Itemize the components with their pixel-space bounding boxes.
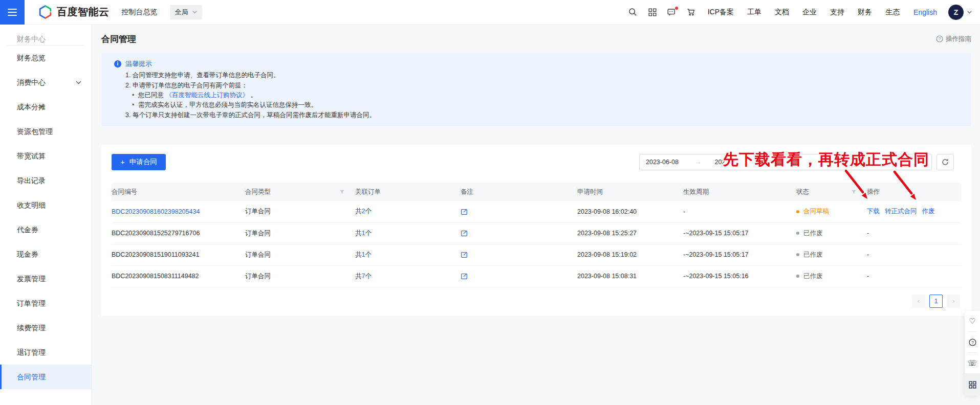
contract-id[interactable]: BDC202309081602398205434 [112, 208, 200, 215]
contract-id: BDC202309081519011093241 [112, 251, 199, 258]
effective-period: -~2023-09-15 15:05:17 [683, 244, 796, 265]
date-from-value[interactable]: 2023-06-08 [646, 159, 679, 166]
help-button[interactable]: ? [965, 332, 980, 352]
cart-icon[interactable] [682, 0, 701, 25]
top-nav-link-5[interactable]: 财务 [858, 8, 872, 17]
status-badge: 已作废 [803, 230, 823, 237]
refresh-button[interactable] [937, 154, 954, 170]
sidebar-item-12[interactable]: 退订管理 [0, 340, 92, 365]
sidebar-item-label: 导出记录 [17, 176, 46, 185]
top-nav-link-3[interactable]: 企业 [802, 8, 817, 17]
contract-id: BDC202309081508311149482 [112, 273, 199, 280]
top-nav-link-1[interactable]: 工单 [747, 8, 761, 17]
note-edit-icon[interactable] [461, 208, 468, 215]
related-orders: 共7个 [355, 265, 461, 287]
message-icon[interactable] [662, 0, 682, 25]
avatar[interactable]: Z [948, 5, 964, 20]
actions-cell: - [867, 222, 961, 244]
language-toggle-english[interactable]: English [913, 8, 937, 16]
baidu-cloud-logo-icon [38, 5, 52, 19]
actions-cell: - [867, 244, 961, 265]
note-edit-icon[interactable] [461, 230, 468, 237]
column-header-2: 关联订单 [355, 183, 461, 201]
pagination-prev-button[interactable]: ‹ [912, 295, 925, 308]
row-0-action-void[interactable]: 作废 [922, 208, 935, 215]
sidebar-item-label: 续费管理 [17, 324, 46, 332]
purchase-agreement-link[interactable]: 《百度智能云线上订购协议》 [165, 92, 249, 99]
qr-code-button[interactable] [965, 373, 980, 396]
notice-box: i 温馨提示 1. 合同管理支持您申请、查看带订单信息的电子合同。 2. 申请带… [101, 53, 971, 126]
top-nav-link-6[interactable]: 生态 [885, 8, 900, 17]
pagination-next-button[interactable]: › [947, 295, 960, 308]
svg-text:?: ? [971, 340, 973, 345]
status-dot [796, 275, 799, 278]
sidebar-item-9[interactable]: 发票管理 [0, 266, 92, 291]
favorite-button[interactable]: ♡ [965, 311, 980, 331]
notice-bullet-2: 需完成实名认证，甲方信息必须与当前实名认证信息保持一致。 [110, 100, 963, 110]
operation-guide-link[interactable]: ? 操作指南 [936, 35, 971, 43]
annotation-text: 先下载看看，再转成正式合同 [723, 149, 929, 170]
sidebar-item-3[interactable]: 资源包管理 [0, 119, 92, 144]
account-chevron-down-icon[interactable] [967, 11, 972, 14]
sidebar-item-8[interactable]: 现金券 [0, 242, 92, 266]
sidebar-item-2[interactable]: 成本分摊 [0, 95, 92, 119]
chevron-down-icon [192, 11, 197, 14]
filter-icon[interactable] [339, 189, 345, 195]
note-edit-icon[interactable] [461, 251, 468, 258]
console-overview-link[interactable]: 控制台总览 [122, 8, 158, 17]
column-header-0: 合同编号 [112, 183, 245, 201]
chevron-down-icon [76, 81, 81, 84]
notice-line-1: 1. 合同管理支持您申请、查看带订单信息的电子合同。 [110, 71, 963, 80]
sidebar-item-4[interactable]: 带宽试算 [0, 144, 92, 168]
notice-bullet-1: 您已同意 《百度智能云线上订购协议》 。 [110, 91, 963, 100]
page-title: 合同管理 [101, 33, 136, 45]
top-nav-link-4[interactable]: 支持 [830, 8, 844, 17]
topbar: 百度智能云 控制台总览 全局 ICP备案工单文档企业支持财务生态 English… [0, 0, 980, 25]
table-row-3: BDC202309081508311149482订单合同共7个2023-09-0… [112, 265, 961, 287]
notice-line-3: 3. 每个订单只支持创建一次带电子章的正式合同，草稿合同需作废后才能重新申请合同… [110, 110, 963, 120]
sidebar-section-title: 财务中心 [0, 25, 92, 45]
related-orders: 共1个 [355, 222, 461, 244]
scope-selector[interactable]: 全局 [170, 5, 202, 19]
note-edit-icon[interactable] [461, 273, 468, 280]
sidebar-item-label: 发票管理 [17, 275, 46, 283]
contact-phone-button[interactable]: ☏ [965, 353, 980, 373]
sidebar-item-6[interactable]: 收支明细 [0, 193, 92, 217]
annotation-arrow-1 [846, 171, 867, 199]
annotation-arrows [833, 169, 935, 206]
row-0-action-convert-formal[interactable]: 转正式合同 [885, 208, 917, 215]
operation-guide-label: 操作指南 [946, 35, 971, 43]
top-nav-link-2[interactable]: 文档 [775, 8, 789, 17]
info-icon: i [114, 60, 121, 68]
brand[interactable]: 百度智能云 [38, 5, 110, 19]
sidebar-item-0[interactable]: 财务总览 [0, 46, 92, 70]
apps-grid-icon[interactable] [643, 0, 662, 25]
column-header-1: 合同类型 [245, 183, 355, 201]
sidebar-item-10[interactable]: 订单管理 [0, 291, 92, 316]
qr-grid-icon [969, 381, 976, 389]
sidebar-item-label: 资源包管理 [17, 127, 53, 136]
sidebar-item-11[interactable]: 续费管理 [0, 316, 92, 340]
note-cell [461, 201, 577, 222]
top-nav: ICP备案工单文档企业支持财务生态 [701, 8, 906, 17]
status-dot [796, 232, 799, 235]
top-nav-link-0[interactable]: ICP备案 [708, 8, 734, 17]
pagination-page-1[interactable]: 1 [929, 295, 943, 308]
help-circle-icon: ? [969, 339, 976, 346]
apply-contract-button[interactable]: + 申请合同 [112, 154, 166, 170]
sidebar-item-label: 订单管理 [17, 299, 46, 307]
sidebar-item-5[interactable]: 导出记录 [0, 168, 92, 193]
contract-type: 订单合同 [245, 244, 355, 265]
sidebar-item-label: 财务总览 [17, 54, 46, 62]
hamburger-menu-button[interactable] [0, 0, 25, 25]
sidebar-item-1[interactable]: 消费中心 [0, 70, 92, 95]
sidebar-item-13[interactable]: 合同管理 [0, 365, 92, 389]
row-1-actions-empty: - [867, 230, 869, 237]
status-cell: 已作废 [796, 222, 867, 244]
topbar-right: ICP备案工单文档企业支持财务生态 English Z [623, 0, 980, 25]
help-circle-icon: ? [936, 35, 943, 42]
contract-type: 订单合同 [245, 265, 355, 287]
search-icon[interactable] [623, 0, 643, 25]
sidebar-item-7[interactable]: 代金券 [0, 217, 92, 242]
row-0-action-download[interactable]: 下载 [867, 208, 880, 215]
